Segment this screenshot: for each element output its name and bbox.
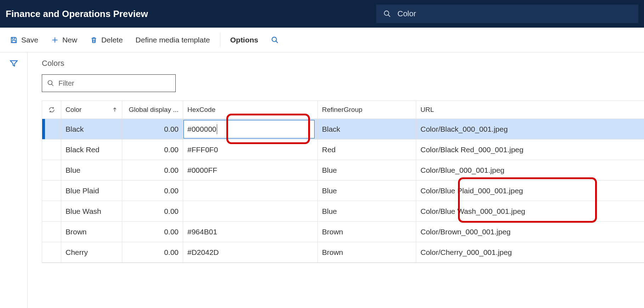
search-icon [271,36,279,44]
svg-point-0 [384,11,389,16]
plus-icon [51,36,59,44]
svg-line-9 [276,41,278,43]
cell-url[interactable]: Color/Brown_000_001.jpeg [416,222,644,242]
cell-hex[interactable]: #FFF0F0 [183,139,318,160]
toolbar-separator [220,33,220,47]
hex-input[interactable]: #000000 [183,120,315,138]
delete-label: Delete [101,36,123,44]
cell-refiner[interactable]: Red [318,139,416,160]
cell-url[interactable]: Color/Black_000_001.jpeg [416,119,644,139]
cell-global[interactable]: 0.00 [122,242,183,262]
filter-pane-button[interactable] [9,59,18,308]
table-row[interactable]: Brown0.00#964B01BrownColor/Brown_000_001… [42,222,644,242]
cell-refiner[interactable]: Blue [318,181,416,201]
section-title: Colors [42,59,644,68]
column-header-global[interactable]: Global display ... [122,101,183,119]
search-value: Color [397,9,416,18]
app-header: Finance and Operations Preview Color [0,0,644,28]
cell-color[interactable]: Black [61,119,122,139]
cell-color[interactable]: Black Red [61,139,122,160]
cell-refiner[interactable]: Brown [318,242,416,262]
table-row[interactable]: Blue0.00#0000FFBlueColor/Blue_000_001.jp… [42,160,644,181]
options-button[interactable]: Options [225,33,263,47]
column-header-url[interactable]: URL [416,101,644,119]
svg-rect-3 [12,40,15,42]
save-label: Save [21,36,38,44]
cell-color[interactable]: Blue [61,160,122,180]
row-marker[interactable] [42,222,61,242]
cell-refiner[interactable]: Blue [318,160,416,180]
table-row[interactable]: Cherry0.00#D2042DBrownColor/Cherry_000_0… [42,242,644,263]
selection-indicator [42,119,45,139]
cell-hex[interactable] [183,201,318,221]
grid-header: Color Global display ... HexCode Refiner… [42,101,644,119]
svg-rect-2 [12,37,15,39]
app-title: Finance and Operations Preview [6,8,148,19]
sort-asc-icon [112,107,118,113]
cell-global[interactable]: 0.00 [122,160,183,180]
grid-body: Black0.00#000000BlackColor/Black_000_001… [42,119,644,263]
action-toolbar: Save New Delete Define media template Op… [0,28,644,52]
row-marker[interactable] [42,119,61,139]
row-marker[interactable] [42,242,61,262]
table-row[interactable]: Blue Wash0.00BlueColor/Blue Wash_000_001… [42,201,644,222]
column-header-color[interactable]: Color [61,101,122,119]
cell-global[interactable]: 0.00 [122,119,183,139]
cell-hex[interactable]: #964B01 [183,222,318,242]
svg-line-1 [388,15,390,17]
svg-point-10 [48,81,52,85]
search-icon [47,80,54,87]
row-marker[interactable] [42,160,61,180]
cell-url[interactable]: Color/Blue Plaid_000_001.jpeg [416,181,644,201]
cell-hex[interactable]: #000000 [183,119,318,139]
svg-point-8 [272,37,277,41]
svg-line-11 [52,84,53,86]
cell-url[interactable]: Color/Black Red_000_001.jpeg [416,139,644,160]
cell-url[interactable]: Color/Blue_000_001.jpeg [416,160,644,180]
define-media-button[interactable]: Define media template [131,33,215,47]
delete-button[interactable]: Delete [85,33,128,47]
cell-hex[interactable] [183,181,318,201]
global-search[interactable]: Color [376,5,638,23]
column-header-hex[interactable]: HexCode [183,101,318,119]
filter-placeholder: Filter [58,79,74,87]
define-media-label: Define media template [136,36,210,44]
body-area: Colors Filter Color Global disp [0,52,644,308]
cell-url[interactable]: Color/Cherry_000_001.jpeg [416,242,644,262]
new-button[interactable]: New [46,33,82,47]
cell-refiner[interactable]: Brown [318,222,416,242]
column-header-refiner[interactable]: RefinerGroup [318,101,416,119]
filter-input[interactable]: Filter [42,74,176,92]
refresh-button[interactable] [42,101,61,119]
row-marker[interactable] [42,139,61,160]
toolbar-search-button[interactable] [266,33,284,47]
cell-url[interactable]: Color/Blue Wash_000_001.jpeg [416,201,644,221]
cell-global[interactable]: 0.00 [122,222,183,242]
cell-color[interactable]: Brown [61,222,122,242]
table-row[interactable]: Blue Plaid0.00BlueColor/Blue Plaid_000_0… [42,181,644,201]
search-icon [383,10,391,18]
cell-color[interactable]: Cherry [61,242,122,262]
data-grid: Color Global display ... HexCode Refiner… [42,101,644,263]
cell-color[interactable]: Blue Wash [61,201,122,221]
table-row[interactable]: Black0.00#000000BlackColor/Black_000_001… [42,119,644,139]
cell-refiner[interactable]: Blue [318,201,416,221]
cell-global[interactable]: 0.00 [122,181,183,201]
cell-hex[interactable]: #D2042D [183,242,318,262]
row-marker[interactable] [42,201,61,221]
row-marker[interactable] [42,181,61,201]
cell-global[interactable]: 0.00 [122,139,183,160]
cell-refiner[interactable]: Black [318,119,416,139]
save-icon [10,36,18,44]
options-label: Options [230,36,258,44]
text-cursor [217,124,217,134]
table-row[interactable]: Black Red0.00#FFF0F0RedColor/Black Red_0… [42,139,644,160]
cell-color[interactable]: Blue Plaid [61,181,122,201]
new-label: New [62,36,77,44]
trash-icon [90,36,98,44]
cell-hex[interactable]: #0000FF [183,160,318,180]
left-rail [0,52,28,308]
cell-global[interactable]: 0.00 [122,201,183,221]
main-content: Colors Filter Color Global disp [28,52,644,308]
save-button[interactable]: Save [5,33,43,47]
